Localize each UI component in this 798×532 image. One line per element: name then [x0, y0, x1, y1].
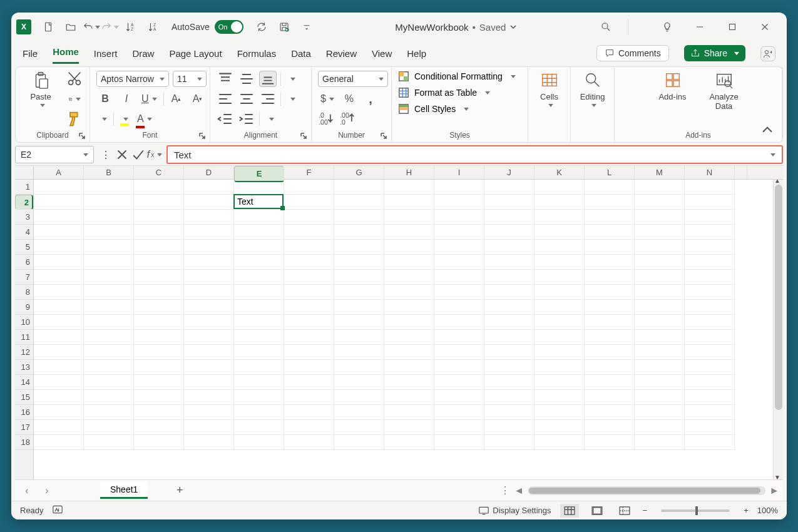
cells-button[interactable]: Cells	[535, 71, 564, 107]
tab-insert[interactable]: Insert	[94, 48, 118, 64]
cell-J9[interactable]	[484, 300, 535, 315]
cell-F10[interactable]	[284, 315, 334, 330]
cell-E11[interactable]	[234, 330, 284, 345]
cell-C14[interactable]	[134, 375, 184, 390]
format-painter-icon[interactable]	[66, 111, 83, 127]
cell-F7[interactable]	[284, 270, 334, 285]
cell-H7[interactable]	[384, 270, 434, 285]
cell-B3[interactable]	[84, 210, 134, 225]
column-header-D[interactable]: D	[184, 166, 234, 179]
cell-D1[interactable]	[184, 180, 234, 195]
row-header-2[interactable]: 2	[15, 195, 33, 210]
cut-icon[interactable]	[66, 71, 83, 87]
qat-overflow-icon[interactable]	[296, 16, 317, 38]
normal-view-icon[interactable]	[560, 504, 579, 518]
cell-I18[interactable]	[434, 435, 484, 450]
cell-D3[interactable]	[184, 210, 234, 225]
undo-button[interactable]	[83, 19, 100, 35]
fill-color-icon[interactable]	[118, 111, 131, 127]
cell-J17[interactable]	[484, 420, 535, 435]
sort-desc-icon[interactable]: ZA	[143, 16, 164, 38]
align-middle-icon[interactable]	[238, 71, 255, 87]
fill-handle[interactable]	[280, 206, 285, 210]
cell-I5[interactable]	[434, 240, 484, 255]
cell-B14[interactable]	[84, 375, 134, 390]
cell-K14[interactable]	[535, 375, 585, 390]
cell-L6[interactable]	[585, 255, 635, 270]
cell-A1[interactable]	[34, 180, 84, 195]
shrink-font-icon[interactable]: A▾	[189, 91, 207, 107]
cell-B16[interactable]	[84, 405, 134, 420]
cell-A8[interactable]	[34, 285, 84, 300]
cell-L8[interactable]	[585, 285, 635, 300]
row-header-9[interactable]: 9	[15, 300, 33, 315]
column-header-K[interactable]: K	[535, 166, 585, 179]
cell-styles-button[interactable]: Cell Styles	[398, 103, 469, 115]
cell-K6[interactable]	[535, 255, 585, 270]
cell-M13[interactable]	[635, 360, 685, 375]
cell-G16[interactable]	[334, 405, 384, 420]
cell-I6[interactable]	[434, 255, 484, 270]
cell-H16[interactable]	[384, 405, 434, 420]
cell-E12[interactable]	[234, 345, 284, 360]
cell-C10[interactable]	[134, 315, 184, 330]
cell-L7[interactable]	[585, 270, 635, 285]
column-header-L[interactable]: L	[585, 166, 635, 179]
zoom-slider[interactable]	[661, 509, 730, 512]
font-size-select[interactable]: 11	[173, 71, 207, 87]
row-header-8[interactable]: 8	[15, 285, 33, 300]
cell-L11[interactable]	[585, 330, 635, 345]
cell-I15[interactable]	[434, 390, 484, 405]
cell-F15[interactable]	[284, 390, 334, 405]
cell-K15[interactable]	[535, 390, 585, 405]
cell-M7[interactable]	[635, 270, 685, 285]
cell-B5[interactable]	[84, 240, 134, 255]
cell-J7[interactable]	[484, 270, 535, 285]
cell-B10[interactable]	[84, 315, 134, 330]
cell-G8[interactable]	[334, 285, 384, 300]
cell-A14[interactable]	[34, 375, 84, 390]
cell-M18[interactable]	[635, 435, 685, 450]
cell-B1[interactable]	[84, 180, 134, 195]
align-right-icon[interactable]	[259, 91, 277, 107]
cell-K9[interactable]	[535, 300, 585, 315]
cell-L5[interactable]	[585, 240, 635, 255]
cell-M10[interactable]	[635, 315, 685, 330]
cell-B4[interactable]	[84, 225, 134, 240]
cell-L14[interactable]	[585, 375, 635, 390]
cell-K3[interactable]	[535, 210, 585, 225]
cell-J4[interactable]	[484, 225, 535, 240]
cell-M2[interactable]	[635, 195, 685, 210]
enter-formula-icon[interactable]	[130, 146, 146, 163]
cell-I1[interactable]	[434, 180, 484, 195]
cell-A4[interactable]	[34, 225, 84, 240]
tab-file[interactable]: File	[23, 48, 38, 64]
row-header-13[interactable]: 13	[15, 360, 33, 375]
cell-G18[interactable]	[334, 435, 384, 450]
cell-C11[interactable]	[134, 330, 184, 345]
cell-D10[interactable]	[184, 315, 234, 330]
cell-E6[interactable]	[234, 255, 284, 270]
page-layout-view-icon[interactable]	[588, 504, 606, 518]
row-header-18[interactable]: 18	[15, 435, 33, 450]
cell-E17[interactable]	[234, 420, 284, 435]
cell-K10[interactable]	[535, 315, 585, 330]
column-header-H[interactable]: H	[384, 166, 434, 179]
cell-D11[interactable]	[184, 330, 234, 345]
tab-formulas[interactable]: Formulas	[237, 48, 277, 64]
cell-B17[interactable]	[84, 420, 134, 435]
editing-button[interactable]: Editing	[577, 71, 608, 107]
number-format-select[interactable]: General	[318, 71, 388, 87]
cell-E10[interactable]	[234, 315, 284, 330]
cell-I17[interactable]	[434, 420, 484, 435]
cell-C2[interactable]	[134, 195, 184, 210]
cell-H6[interactable]	[384, 255, 434, 270]
cell-M12[interactable]	[635, 345, 685, 360]
borders-icon[interactable]	[96, 111, 110, 127]
cell-I10[interactable]	[434, 315, 484, 330]
cell-I16[interactable]	[434, 405, 484, 420]
cell-G2[interactable]	[334, 195, 384, 210]
row-header-14[interactable]: 14	[15, 375, 33, 390]
cell-C3[interactable]	[134, 210, 184, 225]
cell-A13[interactable]	[34, 360, 84, 375]
